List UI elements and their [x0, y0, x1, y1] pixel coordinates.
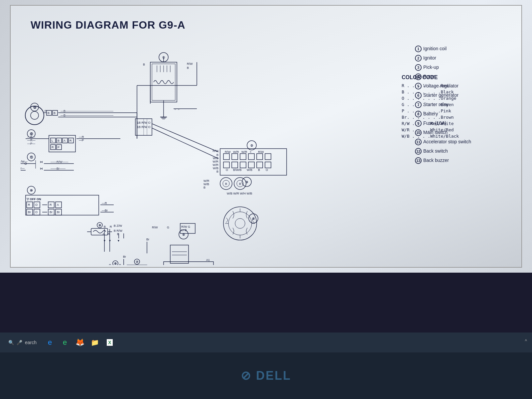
svg-rect-22	[248, 154, 254, 160]
search-icon: 🔍	[8, 340, 14, 345]
svg-rect-25	[223, 162, 229, 168]
svg-text:▼: ▼	[117, 239, 120, 242]
svg-text:W/R: W/R	[213, 160, 219, 163]
legend-panel: 1 Ignition coil 2 Ignitor 3 Pick-up 4 Ro…	[415, 46, 508, 167]
svg-rect-28	[248, 162, 254, 168]
edge-logo: e	[48, 338, 52, 347]
svg-text:O: O	[226, 168, 228, 172]
taskbar-search-area: 🔍 🎤 earch	[3, 340, 42, 345]
legend-text: Back buzzer	[423, 157, 449, 163]
color-item: G . . . . . . .Green	[402, 102, 495, 107]
legend-item: 13 Back buzzer	[415, 157, 508, 164]
color-code-panel: COLOR CODE R . . . . . . .RedB . . . . .…	[402, 74, 495, 140]
svg-text:W/B W/R W/H W/B: W/B W/R W/H W/B	[227, 192, 252, 195]
file-explorer-icon[interactable]: 📁	[88, 336, 101, 349]
svg-rect-30	[265, 162, 271, 168]
svg-text:W/R: W/R	[233, 150, 239, 154]
svg-text:—R/W—: —R/W—	[21, 160, 28, 163]
svg-rect-71	[170, 245, 189, 263]
folder-logo: 📁	[91, 338, 99, 346]
svg-text:—R: —R	[79, 135, 84, 139]
search-label[interactable]: earch	[25, 340, 37, 345]
legend-text: Pick-up	[423, 64, 439, 70]
svg-line-185	[152, 128, 218, 159]
svg-text:—R: —R	[102, 201, 107, 205]
svg-line-184	[152, 124, 218, 152]
svg-text:—Br: —Br	[102, 209, 108, 212]
svg-text:—B————————————————: —B————————————————	[61, 114, 113, 117]
legend-number: 12	[415, 148, 422, 155]
svg-text:R: R	[108, 232, 110, 236]
svg-text:R: R	[50, 203, 52, 206]
svg-text:O: O	[35, 203, 38, 206]
svg-text:W/R: W/R	[213, 163, 219, 167]
color-item: B . . . . . . .Black	[402, 89, 495, 94]
svg-text:1B R/W O: 1B R/W O	[137, 125, 151, 129]
svg-text:B: B	[58, 139, 60, 142]
svg-text:Br: Br	[50, 210, 53, 214]
svg-text:B: B	[203, 186, 205, 189]
svg-text:▼: ▼	[108, 239, 111, 242]
svg-text:Br: Br	[57, 210, 60, 214]
svg-text:②: ②	[250, 144, 253, 147]
svg-text:⑩: ⑩	[30, 189, 33, 192]
svg-rect-26	[232, 162, 238, 168]
svg-text:——Br——: ——Br——	[51, 167, 66, 170]
svg-text:W/B: W/B	[213, 167, 218, 170]
svg-text:Lr B: Lr B	[181, 228, 187, 232]
svg-text:W/B: W/B	[203, 183, 209, 186]
svg-text:×: ×	[250, 150, 251, 154]
svg-rect-23	[257, 154, 263, 160]
svg-text:B Z/W: B Z/W	[114, 224, 122, 227]
svg-rect-27	[240, 162, 246, 168]
svg-text:L: L	[52, 139, 53, 142]
svg-rect-19	[223, 154, 229, 160]
legend-number: 13	[415, 157, 422, 164]
color-item: W/R . . . .White/Red	[402, 127, 495, 132]
legend-number: 1	[415, 46, 422, 52]
taskbar-main: 🔍 🎤 earch e e 🦊 📁 X ^	[0, 332, 532, 352]
svg-text:A: A	[64, 139, 66, 142]
color-item: W/B . . . .White/Black	[402, 134, 495, 139]
svg-text:B: B	[48, 111, 50, 115]
dell-logo: ⊘ DELL	[241, 369, 291, 383]
svg-text:Br: Br	[123, 255, 126, 258]
legend-number: 3	[415, 64, 422, 71]
svg-text:▼: ▼	[103, 239, 106, 242]
excel-icon[interactable]: X	[103, 336, 116, 349]
svg-rect-93	[91, 228, 108, 235]
firefox-logo: 🦊	[75, 338, 84, 347]
legend-item: 1 Ignition coil	[415, 46, 508, 52]
legend-text: Back switch	[423, 148, 448, 154]
svg-text:Br: Br	[146, 238, 149, 241]
svg-text:G: G	[167, 226, 169, 229]
svg-text:A: A	[57, 203, 59, 206]
system-tray-expand[interactable]: ^	[525, 338, 527, 344]
microphone-icon: 🎤	[17, 340, 22, 345]
svg-text:R/W: R/W	[187, 62, 193, 66]
edge-logo-2: e	[63, 338, 67, 347]
svg-point-64	[235, 218, 245, 228]
edge-browser-icon-2[interactable]: e	[58, 336, 71, 349]
firefox-icon[interactable]: 🦊	[73, 336, 86, 349]
legend-item: 3 Pick-up	[415, 64, 508, 71]
svg-text:R/W: R/W	[152, 226, 158, 229]
svg-text:B: B	[117, 232, 119, 236]
svg-text:B: B	[258, 168, 260, 172]
color-item: R . . . . . . .Red	[402, 83, 495, 88]
svg-text:—B————————————————: —B————————————————	[61, 109, 113, 113]
svg-text:Br: Br	[28, 210, 31, 214]
svg-text:W/R: W/R	[241, 150, 247, 154]
svg-point-166	[31, 111, 39, 119]
color-code-title: COLOR CODE	[402, 74, 495, 80]
svg-text:R: R	[110, 225, 112, 228]
svg-rect-20	[232, 154, 238, 160]
svg-text:W/B: W/B	[247, 168, 252, 172]
svg-text:R/W G: R/W G	[181, 225, 190, 228]
edge-browser-icon[interactable]: e	[43, 336, 57, 349]
main-screen: WIRING DIAGRAM FOR G9-A ① → ← B	[0, 0, 532, 273]
svg-text:1B R/W O: 1B R/W O	[137, 121, 151, 124]
svg-text:B R/W: B R/W	[114, 229, 123, 232]
color-item: P . . . . . . .Pink	[402, 108, 495, 113]
excel-logo: X	[107, 339, 112, 346]
